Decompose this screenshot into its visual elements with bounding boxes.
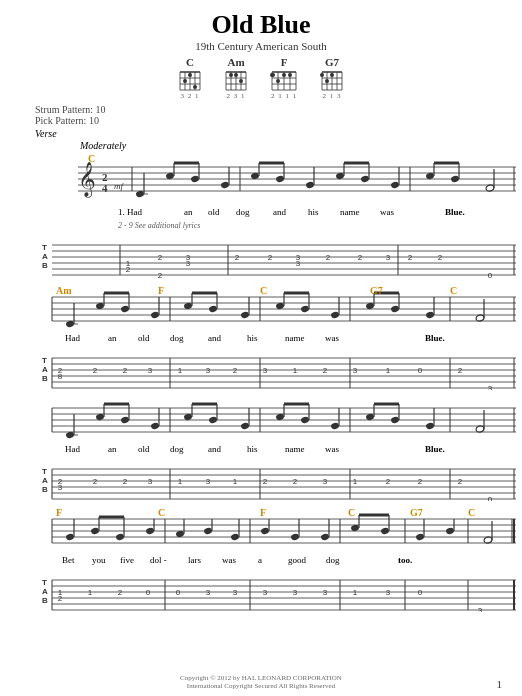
- svg-text:3: 3: [323, 588, 328, 597]
- lyric-2-4: dog: [170, 333, 184, 343]
- svg-text:2: 2: [458, 477, 463, 486]
- svg-text:B: B: [42, 596, 48, 605]
- chord-f: F 2 1 1 1: [268, 56, 300, 100]
- svg-point-279: [90, 527, 99, 535]
- svg-point-296: [320, 533, 329, 541]
- svg-point-207: [120, 416, 129, 424]
- svg-text:3: 3: [148, 477, 153, 486]
- svg-point-290: [230, 533, 239, 541]
- svg-point-11: [193, 85, 197, 89]
- svg-text:8: 8: [58, 372, 63, 381]
- svg-text:2: 2: [123, 477, 128, 486]
- svg-point-305: [445, 527, 454, 535]
- svg-text:2: 2: [93, 366, 98, 375]
- svg-text:1: 1: [178, 366, 183, 375]
- svg-text:2: 2: [123, 366, 128, 375]
- svg-text:3: 3: [353, 366, 358, 375]
- svg-text:2: 2: [58, 594, 63, 603]
- lyric-2-5: and: [208, 333, 221, 343]
- tab-svg-2: T A B 2 8 2 2 3 1 3: [40, 348, 520, 390]
- lyric-1-alt: 2 - 9 See additional lyrics: [118, 221, 200, 230]
- svg-point-210: [150, 422, 159, 430]
- svg-point-35: [288, 73, 292, 77]
- svg-point-288: [203, 527, 212, 535]
- chord-grid-am: [222, 70, 250, 92]
- staff-4: F C F C G7 C: [20, 509, 502, 616]
- svg-point-149: [330, 311, 339, 319]
- svg-text:B: B: [42, 374, 48, 383]
- svg-point-303: [415, 533, 424, 541]
- svg-text:0: 0: [418, 366, 423, 375]
- staff-3: Had an old dog and his name was Blue. T …: [20, 398, 502, 505]
- svg-text:1: 1: [178, 477, 183, 486]
- svg-text:𝄞: 𝄞: [78, 162, 96, 198]
- svg-point-228: [390, 416, 399, 424]
- svg-text:0: 0: [488, 271, 493, 279]
- svg-text:1: 1: [233, 477, 238, 486]
- svg-text:3: 3: [263, 588, 268, 597]
- svg-text:3: 3: [488, 384, 493, 390]
- svg-point-21: [229, 73, 233, 77]
- section-label: Verse: [35, 128, 57, 139]
- lyric-4-8: good: [288, 555, 306, 565]
- lyric-4-1: Bet: [62, 555, 75, 565]
- svg-text:3: 3: [233, 588, 238, 597]
- svg-text:3: 3: [323, 477, 328, 486]
- lyric-1-2: an: [184, 207, 193, 217]
- svg-text:2: 2: [326, 253, 331, 262]
- chord-label-c3: C: [450, 285, 457, 296]
- svg-text:2: 2: [293, 477, 298, 486]
- svg-point-300: [380, 527, 389, 535]
- svg-text:2: 2: [118, 588, 123, 597]
- svg-point-23: [239, 79, 243, 83]
- svg-text:2: 2: [458, 366, 463, 375]
- patterns: Strum Pattern: 10 Pick Pattern: 10: [35, 104, 502, 126]
- lyric-4-9: dog: [326, 555, 340, 565]
- svg-text:2: 2: [93, 477, 98, 486]
- svg-text:B: B: [42, 485, 48, 494]
- svg-point-281: [115, 533, 124, 541]
- svg-point-9: [188, 73, 192, 77]
- svg-text:2: 2: [158, 253, 163, 262]
- svg-text:3: 3: [206, 366, 211, 375]
- lyric-3-1: Had: [65, 444, 80, 454]
- svg-text:3: 3: [148, 366, 153, 375]
- chord-am: Am 2 3 1: [222, 56, 250, 100]
- svg-text:2: 2: [386, 477, 391, 486]
- svg-text:1: 1: [353, 588, 358, 597]
- svg-point-10: [183, 79, 187, 83]
- svg-point-153: [390, 305, 399, 313]
- svg-text:T: T: [42, 467, 47, 476]
- svg-point-46: [320, 73, 324, 77]
- svg-point-292: [260, 527, 269, 535]
- svg-point-47: [330, 73, 334, 77]
- svg-text:3: 3: [186, 259, 191, 268]
- lyric-2-1: Had: [65, 333, 80, 343]
- svg-text:0: 0: [176, 588, 181, 597]
- svg-text:B: B: [42, 261, 48, 270]
- lyric-4-10: too.: [398, 555, 412, 565]
- svg-point-69: [275, 175, 284, 183]
- svg-point-231: [425, 422, 434, 430]
- svg-text:3: 3: [386, 253, 391, 262]
- svg-text:3: 3: [293, 588, 298, 597]
- svg-point-34: [282, 73, 286, 77]
- chord-label-f3: F: [56, 507, 62, 518]
- lyric-3-5: and: [208, 444, 221, 454]
- chord-label-am: Am: [56, 285, 72, 296]
- chord-diagrams: C 3 2 1 Am: [20, 56, 502, 100]
- staff-svg-3: [40, 398, 520, 444]
- svg-point-221: [300, 416, 309, 424]
- svg-text:2: 2: [263, 477, 268, 486]
- title-section: Old Blue 19th Century American South: [20, 10, 502, 52]
- svg-text:T: T: [42, 578, 47, 587]
- svg-text:mf: mf: [114, 181, 124, 191]
- svg-text:3: 3: [296, 259, 301, 268]
- lyric-4-3: five: [120, 555, 134, 565]
- svg-point-284: [145, 527, 154, 535]
- lyric-2-6: his: [247, 333, 258, 343]
- svg-text:2: 2: [438, 253, 443, 262]
- lyric-3-7: name: [285, 444, 305, 454]
- song-subtitle: 19th Century American South: [20, 40, 502, 52]
- lyric-1-5: and: [273, 207, 286, 217]
